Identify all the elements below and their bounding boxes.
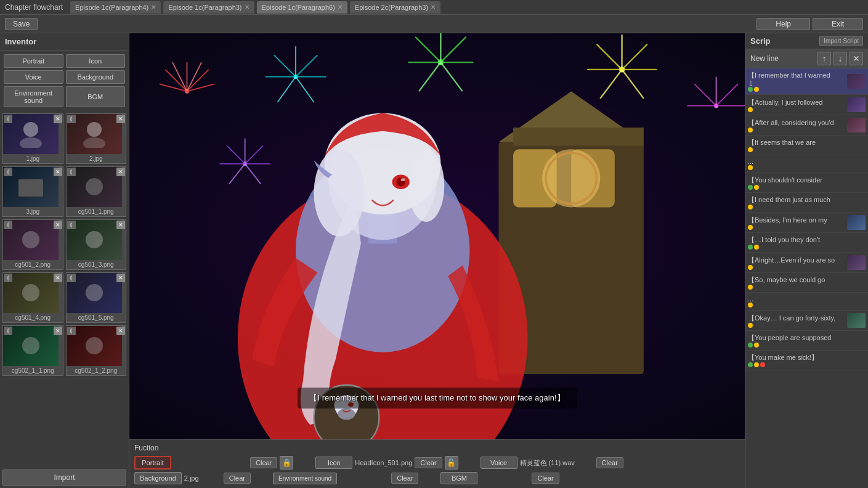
asset-close-icon[interactable]: ✕ (116, 274, 125, 282)
asset-close-icon[interactable]: ✕ (116, 327, 125, 335)
fuction-title: Fuction (134, 444, 740, 452)
asset-corner-icon: ⟪ (4, 327, 12, 335)
scrip-item[interactable]: 【I remember that I warned 1 (745, 68, 868, 95)
exit-button[interactable]: Exit (813, 18, 863, 30)
new-line-up-button[interactable]: ↑ (817, 52, 831, 65)
asset-close-icon[interactable]: ✕ (54, 221, 62, 229)
portrait-label: Portrait (134, 456, 171, 470)
tab-1-close[interactable]: ✕ (151, 4, 156, 10)
bgm-button[interactable]: BGM (66, 86, 126, 107)
scrip-item[interactable]: 【You people are supposed (745, 331, 868, 351)
list-item[interactable]: 3.jpg ✕ ⟪ (2, 166, 63, 217)
scrip-list: 【I remember that I warned 1 【Actually, I… (745, 68, 868, 488)
title-bar: Chapter flowchart Episode 1c(Paragraph4)… (0, 0, 868, 15)
scrip-item[interactable]: 【Alright…Even if you are so (745, 253, 868, 273)
scrip-title: Scrip (750, 36, 771, 46)
dot-yellow-icon (748, 107, 753, 112)
new-line-delete-button[interactable]: ✕ (850, 52, 863, 65)
scrip-item[interactable]: 【You shouldn't consider (745, 173, 868, 193)
app-title: Chapter flowchart (5, 3, 63, 12)
dot-yellow-icon (748, 303, 753, 307)
tab-1[interactable]: Episode 1c(Paragraph4) ✕ (70, 1, 161, 14)
svg-point-7 (86, 231, 103, 248)
import-button[interactable]: Import (2, 470, 126, 486)
fuction-row-2: Background 2.jpg Clear Environment sound… (134, 472, 740, 484)
tab-3[interactable]: Episode 1c(Paragraph6) ✕ (257, 1, 347, 14)
tab-3-close[interactable]: ✕ (338, 4, 343, 10)
asset-close-icon[interactable]: ✕ (54, 115, 62, 123)
scrip-item[interactable]: 【After all, considering you'd (745, 115, 868, 136)
icon-button[interactable]: Icon (66, 54, 126, 68)
bgm-clear-button[interactable]: Clear (532, 473, 559, 484)
asset-close-icon[interactable]: ✕ (116, 221, 125, 229)
portrait-clear-button[interactable]: Clear (250, 457, 277, 468)
icon-clear-button[interactable]: Clear (415, 457, 442, 468)
list-item[interactable]: cg501_2.png ✕ ⟪ (2, 219, 63, 270)
portrait-button[interactable]: Portrait (4, 54, 63, 68)
dot-yellow-icon (748, 225, 753, 230)
svg-point-10 (22, 337, 39, 354)
canvas-area: 【I remember that I warned you last time … (129, 33, 745, 439)
list-item[interactable]: 1.jpg ✕ ⟪ (2, 113, 63, 164)
asset-close-icon[interactable]: ✕ (116, 168, 125, 176)
scrip-item[interactable]: 【Besides, I'm here on my (745, 213, 868, 233)
list-item[interactable]: cg502_1_1.png ✕ ⟪ (2, 325, 63, 376)
scrip-item[interactable]: 【You make me sick!】 (745, 351, 868, 370)
scrip-item[interactable]: 【So, maybe we could go (745, 273, 868, 293)
asset-close-icon[interactable]: ✕ (116, 115, 125, 123)
scrip-item[interactable]: 【It seems that we are (745, 136, 868, 155)
fuction-icon-group: Icon HeadIcon_501.png Clear 🔓 (315, 456, 458, 470)
scrip-item[interactable]: ... (745, 155, 868, 173)
scrip-thumb (847, 313, 866, 328)
background-button[interactable]: Background (66, 70, 126, 84)
asset-close-icon[interactable]: ✕ (54, 168, 62, 176)
asset-corner-icon: ⟪ (4, 274, 12, 282)
icon-value: HeadIcon_501.png (355, 459, 412, 466)
asset-corner-icon: ⟪ (67, 168, 76, 176)
help-button[interactable]: Help (756, 18, 810, 30)
dot-red-icon (760, 362, 765, 367)
list-item[interactable]: cg501_1.png ✕ ⟪ (66, 166, 127, 217)
asset-close-icon[interactable]: ✕ (54, 327, 62, 335)
env-sound-button[interactable]: Environment sound (4, 86, 63, 107)
voice-value: 精灵蓝色 (11).wav (520, 458, 594, 468)
scrip-item[interactable]: 【Okay… I can go forty-sixty, (745, 311, 868, 331)
asset-corner-icon: ⟪ (67, 221, 76, 229)
dot-yellow-icon (754, 87, 759, 92)
svg-point-5 (86, 178, 103, 195)
scrip-item[interactable]: 【…I told you they don't (745, 233, 868, 253)
icon-lock-button[interactable]: 🔓 (445, 456, 458, 470)
import-script-button[interactable]: Import Script (819, 36, 863, 46)
asset-close-icon[interactable]: ✕ (54, 274, 62, 282)
background-label: Background (134, 472, 182, 484)
asset-corner-icon: ⟪ (4, 221, 12, 229)
svg-point-1 (20, 137, 42, 148)
scrip-thumb (847, 118, 866, 132)
scrip-item[interactable]: 【I need them just as much (745, 193, 868, 213)
env-clear-button[interactable]: Clear (391, 473, 418, 484)
tab-4[interactable]: Episode 2c(Paragraph3) ✕ (350, 1, 440, 14)
portrait-lock-button[interactable]: 🔒 (280, 456, 293, 470)
svg-point-79 (338, 408, 355, 420)
fuction-row-1: Portrait Clear 🔒 Icon HeadIcon_501.png C… (134, 456, 740, 470)
save-button[interactable]: Save (5, 18, 38, 30)
dialogue-text: 【I remember that I warned you last time … (297, 388, 577, 409)
tab-2[interactable]: Episode 1c(Paragraph3) ✕ (163, 1, 254, 14)
list-item[interactable]: 2.jpg ✕ ⟪ (66, 113, 127, 164)
list-item[interactable]: cg501_5.png ✕ ⟪ (66, 272, 127, 323)
list-item[interactable]: cg501_3.png ✕ ⟪ (66, 219, 127, 270)
tab-4-close[interactable]: ✕ (431, 4, 436, 10)
left-panel: Inventor Portrait Icon Voice Background … (0, 33, 129, 488)
new-line-down-button[interactable]: ↓ (834, 52, 847, 65)
voice-button[interactable]: Voice (4, 70, 63, 84)
voice-clear-button[interactable]: Clear (596, 457, 623, 468)
list-item[interactable]: cg501_4.png ✕ ⟪ (2, 272, 63, 323)
list-item[interactable]: cg502_1_2.png ✕ ⟪ (66, 325, 127, 376)
background-clear-button[interactable]: Clear (224, 473, 251, 484)
scrip-item[interactable]: 【Actually, I just followed (745, 95, 868, 115)
scrip-item[interactable]: ... (745, 293, 868, 311)
tab-2-close[interactable]: ✕ (245, 4, 249, 10)
dot-green-icon (748, 343, 753, 348)
svg-point-75 (401, 178, 405, 181)
new-line-bar: New line ↑ ↓ ✕ (745, 49, 868, 68)
